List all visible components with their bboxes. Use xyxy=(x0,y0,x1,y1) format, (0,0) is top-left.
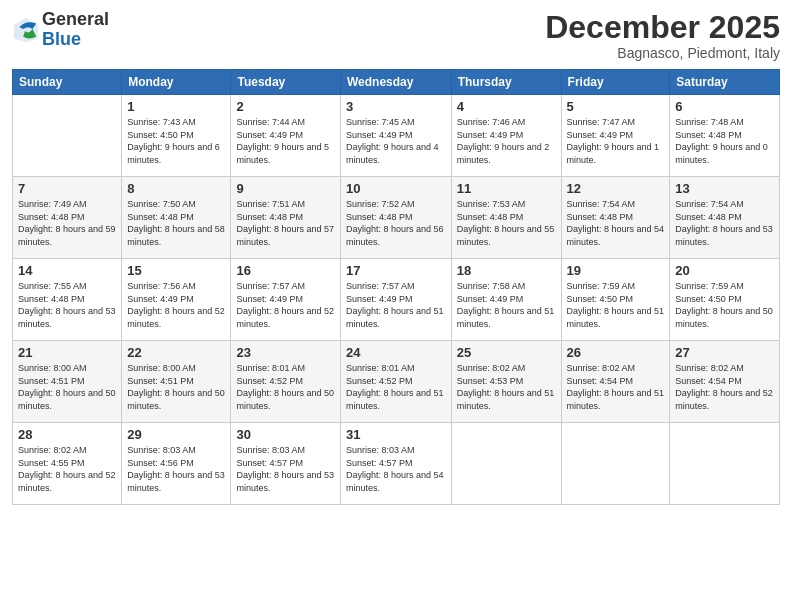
header-sunday: Sunday xyxy=(13,70,122,95)
day-info: Sunrise: 8:03 AMSunset: 4:57 PMDaylight:… xyxy=(346,445,444,493)
day-number: 29 xyxy=(127,427,225,442)
day-info: Sunrise: 8:01 AMSunset: 4:52 PMDaylight:… xyxy=(346,363,444,411)
day-info: Sunrise: 7:44 AMSunset: 4:49 PMDaylight:… xyxy=(236,117,329,165)
calendar-cell xyxy=(670,423,780,505)
calendar-cell: 29Sunrise: 8:03 AMSunset: 4:56 PMDayligh… xyxy=(122,423,231,505)
day-number: 25 xyxy=(457,345,556,360)
location: Bagnasco, Piedmont, Italy xyxy=(545,45,780,61)
day-info: Sunrise: 8:02 AMSunset: 4:53 PMDaylight:… xyxy=(457,363,555,411)
day-number: 21 xyxy=(18,345,116,360)
day-number: 14 xyxy=(18,263,116,278)
day-info: Sunrise: 7:48 AMSunset: 4:48 PMDaylight:… xyxy=(675,117,768,165)
day-info: Sunrise: 8:01 AMSunset: 4:52 PMDaylight:… xyxy=(236,363,334,411)
page-container: General Blue December 2025 Bagnasco, Pie… xyxy=(0,0,792,612)
day-number: 24 xyxy=(346,345,446,360)
calendar-cell: 15Sunrise: 7:56 AMSunset: 4:49 PMDayligh… xyxy=(122,259,231,341)
calendar-cell: 26Sunrise: 8:02 AMSunset: 4:54 PMDayligh… xyxy=(561,341,670,423)
day-number: 19 xyxy=(567,263,665,278)
day-number: 13 xyxy=(675,181,774,196)
day-number: 20 xyxy=(675,263,774,278)
day-number: 27 xyxy=(675,345,774,360)
day-info: Sunrise: 7:58 AMSunset: 4:49 PMDaylight:… xyxy=(457,281,555,329)
day-info: Sunrise: 8:00 AMSunset: 4:51 PMDaylight:… xyxy=(18,363,116,411)
calendar-cell: 3Sunrise: 7:45 AMSunset: 4:49 PMDaylight… xyxy=(340,95,451,177)
weekday-header-row: Sunday Monday Tuesday Wednesday Thursday… xyxy=(13,70,780,95)
logo-general-text: General xyxy=(42,10,109,30)
calendar-cell: 25Sunrise: 8:02 AMSunset: 4:53 PMDayligh… xyxy=(451,341,561,423)
day-number: 5 xyxy=(567,99,665,114)
day-number: 7 xyxy=(18,181,116,196)
logo: General Blue xyxy=(12,10,109,50)
day-info: Sunrise: 7:59 AMSunset: 4:50 PMDaylight:… xyxy=(567,281,665,329)
day-info: Sunrise: 7:49 AMSunset: 4:48 PMDaylight:… xyxy=(18,199,116,247)
logo-blue-text: Blue xyxy=(42,30,109,50)
calendar-cell xyxy=(561,423,670,505)
day-info: Sunrise: 7:51 AMSunset: 4:48 PMDaylight:… xyxy=(236,199,334,247)
day-number: 11 xyxy=(457,181,556,196)
day-number: 23 xyxy=(236,345,334,360)
day-info: Sunrise: 8:02 AMSunset: 4:54 PMDaylight:… xyxy=(567,363,665,411)
calendar-cell: 17Sunrise: 7:57 AMSunset: 4:49 PMDayligh… xyxy=(340,259,451,341)
day-number: 2 xyxy=(236,99,334,114)
day-info: Sunrise: 7:55 AMSunset: 4:48 PMDaylight:… xyxy=(18,281,116,329)
header-thursday: Thursday xyxy=(451,70,561,95)
calendar-cell: 18Sunrise: 7:58 AMSunset: 4:49 PMDayligh… xyxy=(451,259,561,341)
day-number: 28 xyxy=(18,427,116,442)
calendar-cell: 10Sunrise: 7:52 AMSunset: 4:48 PMDayligh… xyxy=(340,177,451,259)
day-info: Sunrise: 7:56 AMSunset: 4:49 PMDaylight:… xyxy=(127,281,225,329)
header: General Blue December 2025 Bagnasco, Pie… xyxy=(12,10,780,61)
calendar-cell: 8Sunrise: 7:50 AMSunset: 4:48 PMDaylight… xyxy=(122,177,231,259)
day-number: 26 xyxy=(567,345,665,360)
day-number: 18 xyxy=(457,263,556,278)
day-number: 17 xyxy=(346,263,446,278)
header-friday: Friday xyxy=(561,70,670,95)
calendar-week-3: 21Sunrise: 8:00 AMSunset: 4:51 PMDayligh… xyxy=(13,341,780,423)
day-info: Sunrise: 7:53 AMSunset: 4:48 PMDaylight:… xyxy=(457,199,555,247)
day-info: Sunrise: 7:57 AMSunset: 4:49 PMDaylight:… xyxy=(236,281,334,329)
day-info: Sunrise: 7:54 AMSunset: 4:48 PMDaylight:… xyxy=(675,199,773,247)
day-number: 15 xyxy=(127,263,225,278)
calendar-cell: 13Sunrise: 7:54 AMSunset: 4:48 PMDayligh… xyxy=(670,177,780,259)
day-info: Sunrise: 7:52 AMSunset: 4:48 PMDaylight:… xyxy=(346,199,444,247)
header-tuesday: Tuesday xyxy=(231,70,340,95)
day-number: 1 xyxy=(127,99,225,114)
calendar-cell: 14Sunrise: 7:55 AMSunset: 4:48 PMDayligh… xyxy=(13,259,122,341)
day-info: Sunrise: 7:57 AMSunset: 4:49 PMDaylight:… xyxy=(346,281,444,329)
calendar-cell: 21Sunrise: 8:00 AMSunset: 4:51 PMDayligh… xyxy=(13,341,122,423)
calendar-cell: 16Sunrise: 7:57 AMSunset: 4:49 PMDayligh… xyxy=(231,259,340,341)
calendar-week-2: 14Sunrise: 7:55 AMSunset: 4:48 PMDayligh… xyxy=(13,259,780,341)
day-number: 22 xyxy=(127,345,225,360)
day-number: 31 xyxy=(346,427,446,442)
day-info: Sunrise: 8:03 AMSunset: 4:56 PMDaylight:… xyxy=(127,445,225,493)
day-info: Sunrise: 8:03 AMSunset: 4:57 PMDaylight:… xyxy=(236,445,334,493)
day-info: Sunrise: 8:00 AMSunset: 4:51 PMDaylight:… xyxy=(127,363,225,411)
calendar-cell xyxy=(451,423,561,505)
calendar-cell: 24Sunrise: 8:01 AMSunset: 4:52 PMDayligh… xyxy=(340,341,451,423)
day-info: Sunrise: 8:02 AMSunset: 4:54 PMDaylight:… xyxy=(675,363,773,411)
day-number: 10 xyxy=(346,181,446,196)
logo-text: General Blue xyxy=(42,10,109,50)
calendar-week-0: 1Sunrise: 7:43 AMSunset: 4:50 PMDaylight… xyxy=(13,95,780,177)
day-number: 9 xyxy=(236,181,334,196)
title-area: December 2025 Bagnasco, Piedmont, Italy xyxy=(545,10,780,61)
calendar-table: Sunday Monday Tuesday Wednesday Thursday… xyxy=(12,69,780,505)
calendar-cell: 23Sunrise: 8:01 AMSunset: 4:52 PMDayligh… xyxy=(231,341,340,423)
calendar-cell: 30Sunrise: 8:03 AMSunset: 4:57 PMDayligh… xyxy=(231,423,340,505)
day-number: 3 xyxy=(346,99,446,114)
month-title: December 2025 xyxy=(545,10,780,45)
logo-icon xyxy=(12,16,40,44)
header-saturday: Saturday xyxy=(670,70,780,95)
day-number: 6 xyxy=(675,99,774,114)
calendar-cell: 1Sunrise: 7:43 AMSunset: 4:50 PMDaylight… xyxy=(122,95,231,177)
day-number: 12 xyxy=(567,181,665,196)
calendar-cell: 20Sunrise: 7:59 AMSunset: 4:50 PMDayligh… xyxy=(670,259,780,341)
calendar-cell: 4Sunrise: 7:46 AMSunset: 4:49 PMDaylight… xyxy=(451,95,561,177)
day-info: Sunrise: 7:43 AMSunset: 4:50 PMDaylight:… xyxy=(127,117,220,165)
header-wednesday: Wednesday xyxy=(340,70,451,95)
day-info: Sunrise: 8:02 AMSunset: 4:55 PMDaylight:… xyxy=(18,445,116,493)
day-number: 30 xyxy=(236,427,334,442)
calendar-cell: 2Sunrise: 7:44 AMSunset: 4:49 PMDaylight… xyxy=(231,95,340,177)
day-info: Sunrise: 7:54 AMSunset: 4:48 PMDaylight:… xyxy=(567,199,665,247)
calendar-cell xyxy=(13,95,122,177)
calendar-cell: 5Sunrise: 7:47 AMSunset: 4:49 PMDaylight… xyxy=(561,95,670,177)
